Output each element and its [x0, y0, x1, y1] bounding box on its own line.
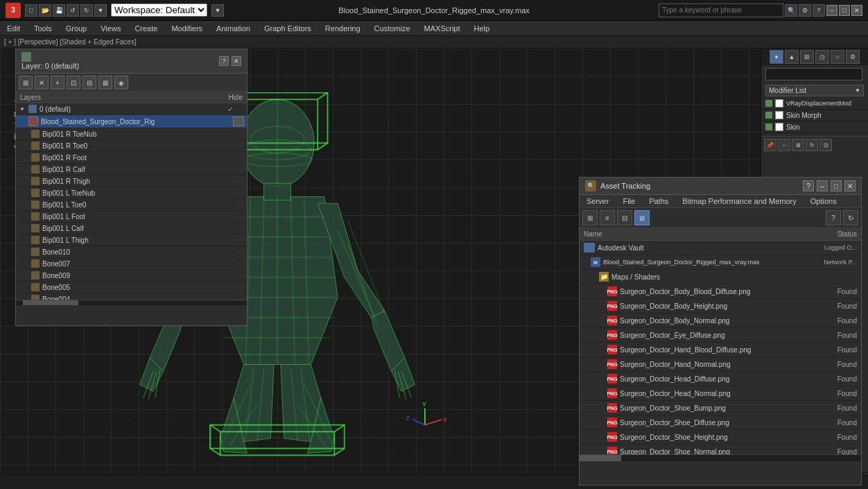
modifier-checkbox[interactable] — [775, 99, 783, 108]
search-input[interactable] — [659, 3, 783, 17]
asset-tracking-panel[interactable]: 🔍 Asset Tracking ? – □ ✕ Server File Pat… — [579, 177, 862, 486]
list-item[interactable]: Bone010 ···· — [16, 246, 247, 258]
menu-edit[interactable]: Edit — [0, 22, 27, 35]
panel-pin-icon[interactable]: 📌 — [764, 139, 776, 151]
layer-tool-2[interactable]: + — [51, 76, 64, 89]
asset-scrollbar[interactable] — [580, 454, 861, 461]
search-icon[interactable]: 🔍 — [785, 4, 797, 17]
list-item[interactable]: PNG Surgeon_Doctor_Eye_Diffuse.png Found — [580, 328, 861, 343]
tab-utilities-icon[interactable]: ⚙ — [846, 50, 860, 64]
layer-scrollbar[interactable] — [16, 300, 247, 305]
close-button[interactable]: ✕ — [851, 5, 862, 16]
tab-modify-icon[interactable]: ▲ — [785, 50, 799, 64]
list-item[interactable]: PNG Surgeon_Doctor_Hand_Normal.png Found — [580, 357, 861, 372]
undo-icon[interactable]: ↺ — [67, 4, 79, 17]
menu-group[interactable]: Group — [59, 22, 94, 35]
layer-panel[interactable]: Layer: 0 (default) ? ✕ ⊞ ✕ + ⊡ ⊟ ⊠ ◈ Lay… — [15, 49, 248, 326]
asset-menu-paths[interactable]: Paths — [642, 195, 675, 207]
list-item[interactable]: Bip001 R Foot ···· — [16, 152, 247, 164]
list-item[interactable]: Bip001 L Thigh ···· — [16, 234, 247, 246]
list-item[interactable]: PNG Surgeon_Doctor_Shoe_Diffuse.png Foun… — [580, 415, 861, 430]
menu-modifiers[interactable]: Modifiers — [164, 22, 209, 35]
list-item[interactable]: PNG Surgeon_Doctor_Body_Normal.png Found — [580, 314, 861, 328]
asset-menu-file[interactable]: File — [616, 195, 642, 207]
list-item[interactable]: Bip001 L Toe0 ···· — [16, 199, 247, 211]
asset-tool-3[interactable]: ⊠ — [634, 210, 650, 225]
tab-motion-icon[interactable]: ◷ — [815, 50, 829, 64]
tab-display2-icon[interactable]: ○ — [831, 50, 844, 64]
list-item[interactable]: Autodesk Vault Logged O... — [580, 241, 861, 255]
list-item[interactable]: Blood_Stained_Surgeon_Doctor_Rig ···· — [16, 115, 247, 128]
modifier-checkbox[interactable] — [775, 123, 783, 131]
list-item[interactable]: Bone009 ···· — [16, 270, 247, 282]
asset-maximize-button[interactable]: □ — [831, 180, 842, 191]
layer-panel-help-button[interactable]: ? — [219, 56, 229, 66]
layer-tool-0[interactable]: ⊞ — [19, 76, 33, 89]
menu-maxscript[interactable]: MAXScript — [417, 22, 467, 35]
asset-menu-server[interactable]: Server — [580, 195, 616, 207]
list-item[interactable]: Bip001 R Calf ···· — [16, 164, 247, 175]
tab-hierarchy-icon[interactable]: ⊞ — [800, 50, 814, 64]
minimize-button[interactable]: – — [826, 5, 837, 16]
panel-rotate-icon[interactable]: ↻ — [806, 139, 818, 151]
modifier-checkbox[interactable] — [775, 111, 783, 119]
list-item[interactable]: ▼ 0 (default) ✓ ···· — [16, 103, 247, 115]
list-item[interactable]: PNG Surgeon_Doctor_Shoe_Normal.png Found — [580, 445, 861, 454]
menu-create[interactable]: Create — [128, 22, 164, 35]
list-item[interactable]: M Blood_Stained_Surgeon_Doctor_Rigged_ma… — [580, 255, 861, 270]
asset-help-button[interactable]: ? — [803, 180, 814, 191]
asset-scrollbar-thumb[interactable] — [580, 455, 621, 461]
list-item[interactable]: PNG Surgeon_Doctor_Head_Normal.png Found — [580, 386, 861, 401]
maximize-button[interactable]: □ — [839, 5, 850, 16]
asset-help-icon-btn[interactable]: ? — [826, 210, 841, 225]
list-item[interactable]: PNG Surgeon_Doctor_Hand_Blood_Diffuse.pn… — [580, 343, 861, 357]
settings-icon[interactable]: ⚙ — [799, 4, 811, 17]
list-item[interactable]: PNG Surgeon_Doctor_Head_Diffuse.png Foun… — [580, 372, 861, 386]
layer-panel-close-button[interactable]: ✕ — [232, 56, 241, 66]
list-item[interactable]: Bip001 L Foot ···· — [16, 211, 247, 223]
layer-tool-6[interactable]: ◈ — [114, 76, 128, 89]
list-item[interactable]: Bone007 ···· — [16, 258, 247, 270]
menu-customize[interactable]: Customize — [367, 22, 417, 35]
asset-refresh-btn[interactable]: ↻ — [843, 210, 858, 225]
tab-display-icon[interactable]: ● — [770, 50, 783, 64]
object-name-input[interactable]: body — [765, 68, 862, 80]
list-item[interactable]: Bone005 ···· — [16, 282, 247, 293]
asset-close-button[interactable]: ✕ — [844, 180, 856, 191]
panel-move-icon[interactable]: ↔ — [778, 139, 790, 151]
panel-scale-icon[interactable]: ⊞ — [792, 139, 804, 151]
list-item[interactable]: Bip001 R Thigh ···· — [16, 175, 247, 187]
asset-menu-options[interactable]: Options — [804, 195, 844, 207]
list-item[interactable]: 📁 Maps / Shaders — [580, 270, 861, 284]
list-item[interactable]: Bip001 L Calf ···· — [16, 223, 247, 234]
asset-menu-bitmap[interactable]: Bitmap Performance and Memory — [675, 195, 803, 207]
open-icon[interactable]: 📂 — [39, 4, 51, 17]
menu-graph-editors[interactable]: Graph Editors — [257, 22, 318, 35]
modifier-vray[interactable]: VRayDisplacementMod — [761, 98, 868, 110]
more-icon[interactable]: ▼ — [94, 4, 107, 17]
list-item[interactable]: PNG Surgeon_Doctor_Body_Height.png Found — [580, 299, 861, 314]
expand-icon[interactable]: ▼ — [19, 105, 26, 112]
list-item[interactable]: Bip001 R Toe0 ···· — [16, 140, 247, 152]
new-file-icon[interactable]: □ — [25, 4, 37, 17]
layer-list[interactable]: ▼ 0 (default) ✓ ···· Blood_Stained_Surge… — [16, 103, 247, 300]
list-item[interactable]: Bip001 R ToeNub ···· — [16, 128, 247, 140]
menu-views[interactable]: Views — [94, 22, 128, 35]
layer-tool-3[interactable]: ⊡ — [67, 76, 80, 89]
layer-tool-1[interactable]: ✕ — [35, 76, 49, 89]
menu-animation[interactable]: Animation — [209, 22, 257, 35]
menu-tools[interactable]: Tools — [27, 22, 59, 35]
modifier-skinmorph[interactable]: Skin Morph — [761, 110, 868, 121]
asset-tool-1[interactable]: ≡ — [600, 210, 615, 225]
layer-tool-5[interactable]: ⊠ — [98, 76, 112, 89]
redo-icon[interactable]: ↻ — [80, 4, 93, 17]
workspace-selector[interactable]: Workspace: Default — [111, 3, 207, 17]
modifier-list-dropdown-icon[interactable]: ▼ — [855, 87, 860, 94]
modifier-skin[interactable]: Skin — [761, 121, 868, 133]
list-item[interactable]: Bone004 ···· — [16, 293, 247, 300]
list-item[interactable]: PNG Surgeon_Doctor_Shoe_Bump.png Found — [580, 401, 861, 415]
layer-tool-4[interactable]: ⊟ — [83, 76, 96, 89]
list-item[interactable]: PNG Surgeon_Doctor_Shoe_Height.png Found — [580, 430, 861, 445]
menu-rendering[interactable]: Rendering — [318, 22, 367, 35]
help-icon[interactable]: ? — [813, 4, 825, 17]
